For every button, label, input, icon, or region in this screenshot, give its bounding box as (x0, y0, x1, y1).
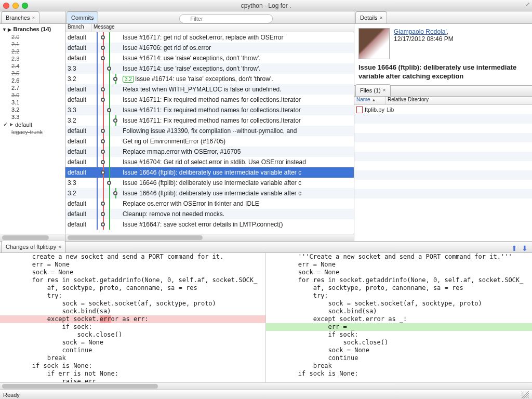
file-row[interactable] (354, 124, 532, 133)
close-icon[interactable]: × (383, 87, 386, 93)
commit-row[interactable]: defaultIssue #16704: Get rid of select.e… (65, 157, 354, 167)
branch-item[interactable]: 3.3 (0, 113, 65, 121)
scrollbar-horizontal[interactable] (0, 382, 532, 390)
tab-details[interactable]: Details × (355, 11, 387, 23)
diff-line: sock = None (0, 269, 265, 276)
file-row[interactable] (354, 170, 532, 180)
branch-item[interactable]: 3.1 (0, 99, 65, 106)
commit-row[interactable]: defaultIssue #16717: get rid of socket.e… (65, 32, 354, 43)
branch-item[interactable]: 2.0 (0, 33, 65, 41)
branch-item[interactable]: 2.5 (0, 70, 65, 77)
branch-item[interactable]: 3.0 (0, 91, 65, 99)
commit-row[interactable]: defaultGet rig of EnvironmentError (#167… (65, 136, 354, 147)
diff-line: '''Create a new socket and send a PORT c… (266, 253, 532, 261)
diff-line: for res in socket.getaddrinfo(None, 0, s… (0, 276, 265, 284)
commits-list[interactable]: defaultIssue #16717: get rid of socket.e… (65, 32, 354, 234)
commit-row[interactable]: 3.3Issue #16714: use 'raise' exceptions,… (65, 63, 354, 74)
diff-line: sock.close() (266, 339, 532, 347)
commit-row[interactable]: 3.2Issue #16711: Fix required method nam… (65, 115, 354, 126)
diff-line: create a new socket and send a PORT comm… (0, 253, 265, 261)
diff-line: err = None (0, 261, 265, 269)
diff-left-pane[interactable]: create a new socket and send a PORT comm… (0, 253, 266, 382)
diff-line: sock = None (266, 269, 532, 276)
file-row[interactable] (354, 142, 532, 152)
commit-row[interactable]: 3.3Issue 16646 (ftplib): deliberately us… (65, 178, 354, 188)
branch-item[interactable]: 2.7 (0, 84, 65, 91)
col-message[interactable]: Message (91, 24, 115, 32)
commit-date: 12/17/2012 08:46 PM (394, 35, 454, 43)
file-row[interactable] (354, 189, 532, 198)
status-text: Ready (3, 392, 20, 398)
diff-line: break (266, 362, 532, 370)
col-dir[interactable]: Relative Directory (385, 97, 429, 104)
resize-grip-icon[interactable] (522, 391, 529, 398)
commit-row[interactable]: defaultIssue #16711: Fix required method… (65, 95, 354, 105)
branch-item[interactable]: 2.4 (0, 62, 65, 70)
branch-item[interactable]: ▶ default (0, 121, 65, 128)
minimize-window-button[interactable] (12, 3, 19, 9)
commit-message: Issue 16646 (ftplib): deliberately use i… (354, 63, 532, 85)
tab-commits[interactable]: Commits (66, 11, 98, 23)
branch-item[interactable]: legacy-trunk (0, 128, 65, 136)
file-row[interactable] (354, 161, 532, 170)
close-window-button[interactable] (3, 3, 9, 9)
diff-line: sock = socket.socket(af, socktype, proto… (266, 300, 532, 308)
diff-line: try: (0, 292, 265, 300)
tab-diff[interactable]: Changes of ftplib.py × (1, 241, 66, 252)
next-change-icon[interactable]: ⬇ (522, 244, 529, 252)
commit-row[interactable]: 3.3Issue #16711: Fix required method nam… (65, 105, 354, 115)
diff-right-pane[interactable]: '''Create a new socket and send a PORT c… (266, 253, 532, 382)
commit-row[interactable]: defaultReplace mmap.error with OSError, … (65, 147, 354, 157)
commit-row[interactable]: defaultIssue #16647: save socket error d… (65, 219, 354, 230)
tab-files[interactable]: Files (1) × (355, 84, 391, 96)
branch-item[interactable]: 2.6 (0, 77, 65, 84)
commit-row[interactable]: defaultIssue 16646 (ftplib): deliberatel… (65, 167, 354, 178)
commit-row[interactable]: defaultIssue #16714: use 'raise' excepti… (65, 53, 354, 63)
diff-line: except socket.error as err: (0, 315, 265, 323)
close-icon[interactable]: × (32, 15, 35, 21)
diff-line: break (0, 354, 265, 362)
branch-item[interactable]: 2.3 (0, 55, 65, 62)
scrollbar-horizontal[interactable] (65, 234, 354, 241)
diff-line: if sock is None: (266, 370, 532, 378)
branch-item[interactable]: 2.2 (0, 48, 65, 55)
file-row[interactable] (354, 133, 532, 142)
files-header[interactable]: Name ▲ Relative Directory (354, 97, 532, 105)
diff-line: if sock: (0, 323, 265, 331)
filter-input[interactable] (179, 14, 273, 23)
file-row[interactable] (354, 114, 532, 124)
resize-icon[interactable]: ⤢ (525, 1, 530, 8)
diff-line: err = None (266, 261, 532, 269)
tab-label: Files (1) (360, 87, 381, 94)
files-list[interactable]: ftplib.py Lib (354, 105, 532, 241)
col-branch[interactable]: Branch (65, 24, 91, 32)
author-link[interactable]: Giampaolo Rodola' (394, 28, 447, 35)
commit-row[interactable]: defaultCleanup: remove not needed mocks. (65, 209, 354, 219)
commit-row[interactable]: defaultIssue #16706: get rid of os.error (65, 43, 354, 53)
file-row[interactable] (354, 180, 532, 189)
close-icon[interactable]: × (380, 15, 383, 21)
commits-header[interactable]: Branch Message (65, 24, 354, 32)
col-name[interactable]: Name (356, 97, 370, 102)
diff-line: sock.bind(sa) (266, 308, 532, 315)
diff-line: sock.close() (0, 331, 265, 339)
tab-label: Details (360, 15, 378, 21)
diff-line: af, socktype, proto, canonname, sa = res (266, 284, 532, 292)
close-icon[interactable]: × (58, 244, 61, 250)
branches-tree[interactable]: ▼ ▶ Branches (14) 2.02.12.22.32.42.52.62… (0, 24, 65, 234)
commit-row[interactable]: defaultRelax test when WITH_PYMALLOC is … (65, 84, 354, 95)
commit-row[interactable]: defaultReplace os.error with OSError in … (65, 198, 354, 209)
diff-line: if err is not None: (0, 370, 265, 378)
zoom-window-button[interactable] (22, 3, 28, 9)
prev-change-icon[interactable]: ⬆ (511, 244, 518, 252)
file-row[interactable]: ftplib.py Lib (354, 105, 532, 114)
commit-row[interactable]: 3.2Issue 16646 (ftplib): deliberately us… (65, 188, 354, 198)
scrollbar-horizontal[interactable] (0, 234, 65, 241)
diff-line: raise err (0, 378, 265, 382)
tab-branches[interactable]: Branches × (1, 11, 39, 23)
commit-row[interactable]: defaultFollowing issue #13390, fix compi… (65, 126, 354, 136)
commit-row[interactable]: 3.23.2Issue #16714: use 'raise' exceptio… (65, 74, 354, 84)
file-row[interactable] (354, 152, 532, 161)
branch-item[interactable]: 3.2 (0, 106, 65, 113)
branch-item[interactable]: 2.1 (0, 41, 65, 48)
